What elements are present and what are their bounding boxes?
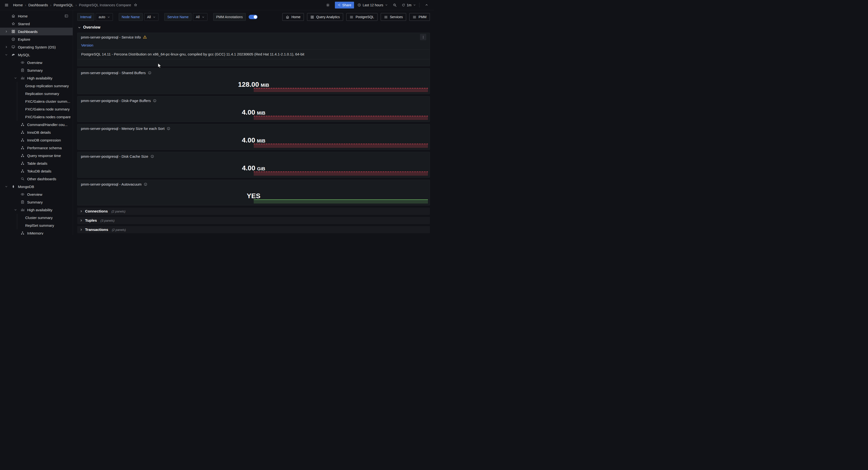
sidebar-item-label: High availability bbox=[27, 208, 52, 212]
refresh-interval-value[interactable]: 1m bbox=[407, 3, 411, 7]
hamburger-menu-icon[interactable] bbox=[3, 1, 10, 9]
chevron-down-icon[interactable] bbox=[13, 208, 18, 212]
panel-title-bar[interactable]: pmm-server-postgresql - Disk-Page Buffer… bbox=[78, 96, 430, 105]
info-icon[interactable] bbox=[144, 182, 147, 186]
sidebar-item-mongodb[interactable]: MongoDB bbox=[0, 183, 73, 190]
info-icon[interactable] bbox=[148, 71, 151, 74]
sidebar-item-other-dashboards[interactable]: Other dashboards bbox=[0, 175, 73, 183]
sidebar-item-mysql-high-availability[interactable]: High availability bbox=[0, 74, 73, 82]
sidebar-item-operating-system[interactable]: Operating System (OS) bbox=[0, 43, 73, 51]
sidebar-item-mysql-summary[interactable]: Summary bbox=[0, 66, 73, 74]
sidebar-item-mysql-overview[interactable]: Overview bbox=[0, 59, 73, 66]
pmm-annotations-toggle[interactable] bbox=[249, 15, 257, 19]
sidebar-item-command-handler-counters[interactable]: Command/Handler cou... bbox=[0, 121, 73, 128]
chevron-right-icon[interactable] bbox=[4, 44, 9, 50]
panel-title-bar[interactable]: pmm-server-postgresql - Memory Size for … bbox=[78, 124, 430, 132]
stat-number: YES bbox=[247, 192, 260, 200]
zoom-out-time-icon[interactable] bbox=[391, 1, 398, 9]
panel-title-bar[interactable]: pmm-server-postgresql - Disk Cache Size bbox=[78, 152, 430, 160]
sidebar-item-label: PXC/Galera node summary bbox=[25, 107, 69, 111]
sidebar-item-pxc-galera-nodes-compare[interactable]: PXC/Galera nodes compare bbox=[0, 113, 73, 121]
sidebar-item-pxc-galera-cluster-summary[interactable]: PXC/Galera cluster summ... bbox=[0, 97, 73, 105]
panel-service-info: pmm-server-postgresql - Service Info Ver… bbox=[77, 33, 430, 66]
share-button[interactable]: Share bbox=[335, 2, 354, 8]
sidebar-item-mongodb-overview[interactable]: Overview bbox=[0, 190, 73, 198]
stat-value: 4.00 MiB bbox=[78, 136, 430, 144]
os-icon bbox=[11, 45, 16, 49]
table-row-version-value: PostgreSQL 14.11 - Percona Distribution … bbox=[78, 50, 430, 59]
sidebar-item-mysql[interactable]: MySQL bbox=[0, 51, 73, 59]
stat-number: 4.00 bbox=[242, 164, 255, 172]
section-connections-row[interactable]: Connections (2 panels) bbox=[77, 208, 430, 215]
chevron-down-icon[interactable] bbox=[13, 75, 18, 81]
sidebar-item-innodb-details[interactable]: InnoDB details bbox=[0, 128, 73, 136]
sidebar-item-label: Table details bbox=[27, 161, 47, 165]
sidebar-item-group-replication-summary[interactable]: Group replication summary bbox=[0, 82, 73, 90]
info-icon[interactable] bbox=[151, 155, 154, 158]
service-name-label: Service Name bbox=[164, 13, 191, 21]
sidebar-item-dashboards[interactable]: Dashboards bbox=[0, 28, 73, 35]
sidebar-item-table-details[interactable]: Table details bbox=[0, 159, 73, 167]
sitemap-icon bbox=[20, 130, 25, 134]
breadcrumb-postgresql[interactable]: PostgreSQL bbox=[54, 3, 73, 7]
stat-value: 4.00 MiB bbox=[78, 108, 430, 116]
sidebar-item-cluster-summary[interactable]: Cluster summary bbox=[0, 214, 73, 221]
link-home-button[interactable]: Home bbox=[282, 13, 304, 21]
refresh-dashboard-button[interactable]: 1m bbox=[402, 3, 416, 7]
sidebar-item-label: Summary bbox=[27, 200, 43, 204]
sidebar-item-explore[interactable]: Explore bbox=[0, 35, 73, 43]
panel-title: pmm-server-postgresql - Autovacuum bbox=[81, 182, 142, 186]
info-icon[interactable] bbox=[153, 99, 157, 102]
link-pmm-button[interactable]: PMM bbox=[409, 13, 430, 21]
dashboard-settings-gear-icon[interactable] bbox=[324, 1, 332, 9]
time-range-picker[interactable]: Last 12 hours bbox=[358, 3, 388, 7]
section-panel-count: (3 panels) bbox=[100, 219, 115, 222]
section-transactions-row[interactable]: Transactions (2 panels) bbox=[77, 226, 430, 233]
sidebar-item-starred[interactable]: Starred bbox=[0, 20, 73, 28]
mongodb-icon bbox=[11, 184, 16, 189]
link-label: PMM bbox=[418, 15, 427, 19]
sidebar-item-tokudb-details[interactable]: TokuDB details bbox=[0, 167, 73, 175]
breadcrumb: Home › Dashboards › PostgreSQL › Postgre… bbox=[13, 3, 137, 7]
sidebar-item-mongodb-summary[interactable]: Summary bbox=[0, 198, 73, 206]
section-overview-header[interactable]: Overview bbox=[78, 25, 430, 30]
breadcrumb-dashboards[interactable]: Dashboards bbox=[28, 3, 48, 7]
sidebar-item-replication-summary[interactable]: Replication summary bbox=[0, 90, 73, 97]
service-name-select[interactable]: All bbox=[193, 13, 208, 21]
sidebar-item-label: Performance schema bbox=[27, 146, 62, 150]
node-name-variable: Node Name All bbox=[119, 13, 158, 21]
favorite-star-icon[interactable] bbox=[134, 3, 137, 7]
link-postgresql-button[interactable]: PostgreSQL bbox=[346, 13, 377, 21]
chevron-down-icon bbox=[153, 16, 156, 19]
sidebar-item-label: Dashboards bbox=[18, 30, 37, 34]
chevron-right-icon[interactable] bbox=[4, 29, 9, 34]
sidebar-item-performance-schema[interactable]: Performance schema bbox=[0, 144, 73, 152]
panel-title-bar[interactable]: pmm-server-postgresql - Autovacuum bbox=[78, 180, 430, 188]
info-icon[interactable] bbox=[167, 127, 170, 130]
link-services-button[interactable]: Services bbox=[381, 13, 406, 21]
sidebar-item-inmemory[interactable]: InMemory bbox=[0, 229, 73, 235]
panel-title-bar[interactable]: pmm-server-postgresql - Service Info bbox=[78, 33, 430, 41]
sidebar-item-home[interactable]: Home bbox=[0, 12, 73, 20]
panel-shared-buffers: pmm-server-postgresql - Shared Buffers 1… bbox=[77, 68, 430, 94]
panel-menu-kebab-icon[interactable] bbox=[420, 34, 426, 40]
breadcrumb-home[interactable]: Home bbox=[13, 3, 23, 7]
sidebar-item-pxc-galera-node-summary[interactable]: PXC/Galera node summary bbox=[0, 105, 73, 113]
section-tuples-row[interactable]: Tuples (3 panels) bbox=[77, 217, 430, 224]
dock-sidebar-icon[interactable] bbox=[64, 14, 68, 18]
sidebar-item-replset-summary[interactable]: ReplSet summary bbox=[0, 221, 73, 229]
stat-body: 4.00 GiB bbox=[78, 160, 430, 177]
node-name-select[interactable]: All bbox=[144, 13, 159, 21]
table-column-header-version[interactable]: Version bbox=[78, 41, 430, 50]
sidebar-item-innodb-compression[interactable]: InnoDB compression bbox=[0, 136, 73, 144]
interval-select[interactable]: auto bbox=[96, 13, 113, 21]
sidebar-item-mongodb-high-availability[interactable]: High availability bbox=[0, 206, 73, 214]
warning-icon[interactable] bbox=[143, 35, 147, 39]
chevron-down-icon[interactable] bbox=[4, 184, 9, 189]
collapse-topbar-chevron-up-icon[interactable] bbox=[423, 1, 430, 9]
chevron-down-icon[interactable] bbox=[4, 52, 9, 57]
panel-title-bar[interactable]: pmm-server-postgresql - Shared Buffers bbox=[78, 68, 430, 77]
link-query-analytics-button[interactable]: Query Analytics bbox=[307, 13, 343, 21]
sidebar-item-query-response-time[interactable]: Query response time bbox=[0, 152, 73, 159]
bars-icon bbox=[20, 76, 25, 80]
